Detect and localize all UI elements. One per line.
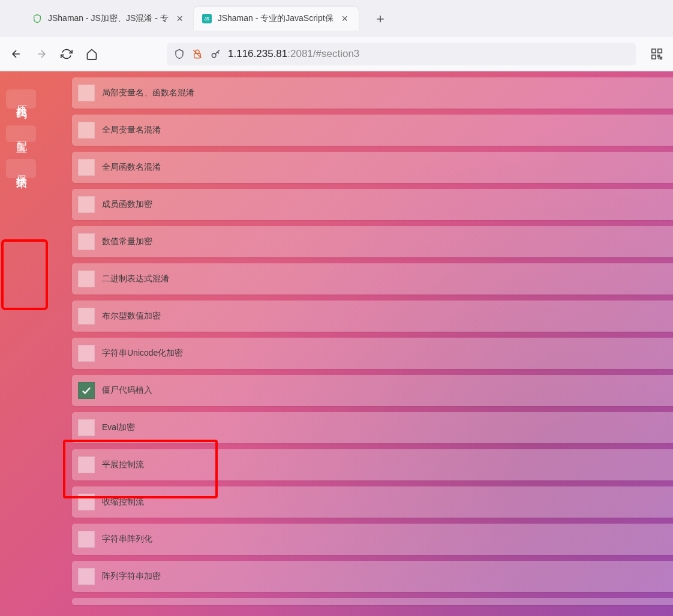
forward-button[interactable] — [31, 44, 52, 64]
option-row-zombie-code[interactable]: 僵尸代码植入 — [72, 375, 673, 406]
option-label: 僵尸代码植入 — [102, 385, 152, 396]
home-button[interactable] — [82, 44, 102, 64]
option-label: 字符串阵列化 — [102, 534, 152, 545]
option-label: 全局函数名混淆 — [102, 162, 161, 173]
option-label: 局部变量名、函数名混淆 — [102, 88, 194, 98]
svg-rect-5 — [652, 55, 656, 59]
close-icon[interactable]: × — [175, 13, 185, 24]
back-button[interactable] — [6, 44, 26, 64]
option-row[interactable]: 二进制表达式混淆 — [72, 263, 673, 295]
tab-title: JShaman - JS加密、JS混淆 - 专 — [48, 13, 169, 24]
svg-rect-3 — [652, 49, 656, 53]
close-icon[interactable]: × — [339, 13, 350, 24]
option-row[interactable]: 数值常量加密 — [72, 226, 673, 257]
browser-tab-inactive[interactable]: JShaman - JS加密、JS混淆 - 专 × — [24, 7, 194, 31]
option-row[interactable]: 成员函数加密 — [72, 189, 673, 220]
page-content: 原始代码 配置 保护结果 局部变量名、函数名混淆 全局变量名混淆 全局函数名混淆… — [0, 71, 673, 616]
checkbox[interactable] — [78, 345, 95, 362]
checkbox[interactable] — [78, 531, 95, 548]
option-row[interactable]: 字符串阵列化 — [72, 524, 673, 555]
option-row[interactable]: 全局变量名混淆 — [72, 115, 673, 146]
browser-toolbar: 1.116.235.81:2081/#section3 — [0, 37, 673, 71]
side-nav-label: 保护结果 — [13, 166, 29, 171]
option-label: 阵列字符串加密 — [102, 571, 161, 582]
option-label: 二进制表达式混淆 — [102, 274, 169, 284]
checkbox[interactable] — [78, 494, 95, 510]
svg-point-2 — [212, 53, 216, 58]
insecure-lock-icon — [192, 49, 203, 59]
option-label: 数值常量加密 — [102, 236, 152, 247]
browser-tab-active[interactable]: JShaman - 专业的JavaScript保 × — [194, 7, 359, 31]
checkbox[interactable] — [78, 271, 95, 287]
option-label: 全局变量名混淆 — [102, 125, 161, 136]
option-row[interactable]: 布尔型数值加密 — [72, 301, 673, 332]
option-row[interactable]: 收缩控制流 — [72, 486, 673, 518]
reload-button[interactable] — [56, 44, 77, 64]
js-icon — [202, 14, 212, 23]
shield-icon — [32, 14, 42, 23]
tab-title: JShaman - 专业的JavaScript保 — [218, 13, 334, 24]
side-nav-source[interactable]: 原始代码 — [6, 89, 36, 109]
checkbox[interactable] — [78, 233, 95, 250]
checkbox[interactable] — [78, 159, 95, 176]
checkbox[interactable] — [78, 456, 95, 473]
option-row[interactable]: 字符串Unicode化加密 — [72, 338, 673, 369]
checkbox[interactable] — [78, 122, 95, 139]
shield-icon — [174, 49, 185, 59]
new-tab-button[interactable]: ＋ — [371, 9, 390, 28]
option-row[interactable]: Eval加密 — [72, 412, 673, 443]
option-label: 收缩控制流 — [102, 497, 144, 507]
option-row-partial[interactable] — [72, 598, 673, 605]
tab-bar: JShaman - JS加密、JS混淆 - 专 × JShaman - 专业的J… — [0, 0, 673, 37]
option-label: Eval加密 — [102, 422, 135, 433]
url-bar[interactable]: 1.116.235.81:2081/#section3 — [167, 43, 636, 65]
checkbox[interactable] — [78, 196, 95, 213]
option-row[interactable]: 全局函数名混淆 — [72, 152, 673, 183]
side-nav: 原始代码 配置 保护结果 — [6, 89, 36, 178]
options-panel: 局部变量名、函数名混淆 全局变量名混淆 全局函数名混淆 成员函数加密 数值常量加… — [72, 77, 673, 616]
checkbox[interactable] — [78, 308, 95, 324]
checkbox[interactable] — [78, 85, 95, 101]
side-nav-label: 原始代码 — [13, 97, 29, 101]
option-label: 成员函数加密 — [102, 199, 152, 210]
option-label: 平展控制流 — [102, 459, 144, 470]
browser-chrome: JShaman - JS加密、JS混淆 - 专 × JShaman - 专业的J… — [0, 0, 673, 71]
side-nav-result[interactable]: 保护结果 — [6, 159, 36, 178]
qr-icon[interactable] — [647, 44, 667, 64]
url-text: 1.116.235.81:2081/#section3 — [228, 48, 359, 60]
option-row[interactable]: 阵列字符串加密 — [72, 561, 673, 592]
highlight-side-config — [1, 239, 48, 310]
option-label: 布尔型数值加密 — [102, 311, 161, 321]
key-icon — [210, 48, 222, 60]
checkbox[interactable] — [78, 419, 95, 436]
check-icon — [81, 385, 92, 396]
url-security-icons — [174, 48, 222, 60]
checkbox-checked[interactable] — [78, 382, 95, 399]
svg-rect-4 — [658, 49, 662, 53]
side-nav-label: 配置 — [13, 133, 29, 135]
option-label: 字符串Unicode化加密 — [102, 348, 183, 359]
checkbox[interactable] — [78, 568, 95, 585]
option-row[interactable]: 局部变量名、函数名混淆 — [72, 77, 673, 109]
option-row[interactable]: 平展控制流 — [72, 449, 673, 480]
side-nav-config[interactable]: 配置 — [6, 125, 36, 142]
